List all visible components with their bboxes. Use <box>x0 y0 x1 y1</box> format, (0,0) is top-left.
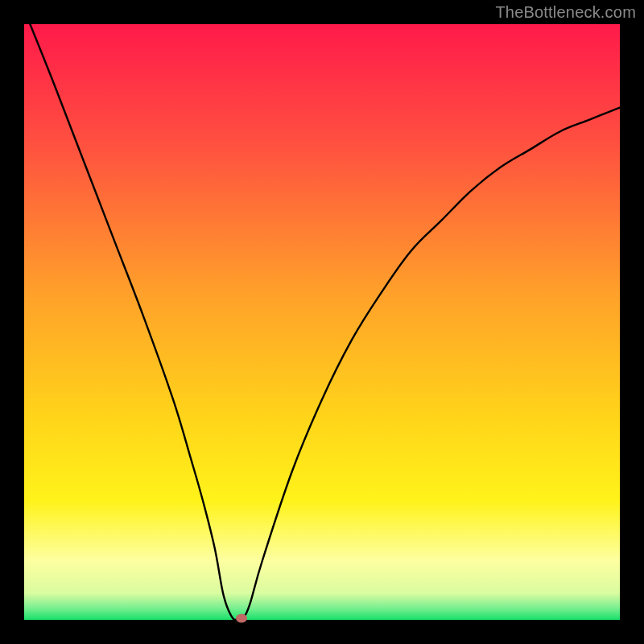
plot-svg <box>24 24 620 620</box>
gradient-background <box>24 24 620 620</box>
chart-frame: TheBottleneck.com <box>0 0 644 644</box>
watermark-text: TheBottleneck.com <box>495 3 636 22</box>
optimal-point-marker <box>236 613 247 622</box>
plot-area <box>24 24 620 620</box>
